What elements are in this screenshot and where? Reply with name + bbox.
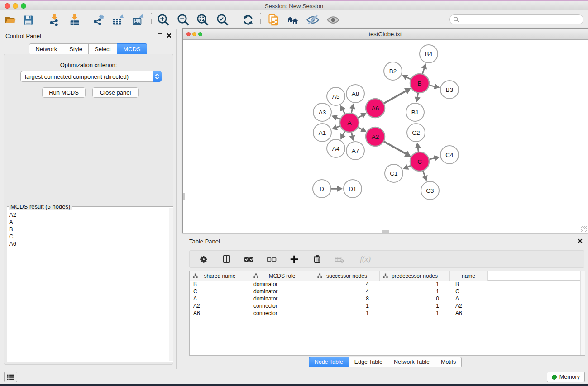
graph-edge-B-B4[interactable] [422,68,424,74]
graph-node-A4[interactable]: A4 [327,139,345,157]
export-network-button[interactable] [91,13,106,27]
mcds-result-item[interactable]: A [9,219,168,226]
zoom-out-button[interactable] [176,13,191,27]
run-mcds-button[interactable]: Run MCDS [42,87,86,98]
graph-node-D1[interactable]: D1 [344,180,362,198]
criterion-dropdown[interactable]: largest connected component (directed) [20,71,162,82]
graph-edge-A6-B[interactable] [383,91,406,104]
table-scrollbar[interactable] [580,271,585,355]
export-table-button[interactable] [111,13,125,27]
tab-node-table[interactable]: Node Table [309,357,349,367]
column-header-predecessor-nodes[interactable]: predecessor nodes [380,271,450,281]
mcds-result-item[interactable]: C [9,233,168,240]
table-row[interactable]: Adominator80A [190,295,580,302]
close-panel-icon[interactable] [167,33,172,38]
table-row[interactable]: Cdominator41C [190,288,580,295]
tab-network-table[interactable]: Network Table [388,357,435,367]
float-panel-icon[interactable] [158,33,162,38]
table-row[interactable]: A2connector11A2 [190,302,580,310]
table-row[interactable]: A6connector11A6 [190,310,580,317]
mcds-result-item[interactable]: A2 [9,211,168,219]
graph-node-B2[interactable]: B2 [384,62,402,80]
add-column-button[interactable] [288,253,300,265]
select-all-button[interactable] [243,253,255,265]
network-horizontal-scroll-thumb[interactable] [382,230,389,233]
search-field[interactable] [449,14,583,24]
graph-edge-A2-C[interactable] [383,141,406,154]
zoom-selected-button[interactable] [215,13,230,27]
table-options-button[interactable] [198,253,210,265]
first-neighbors-button[interactable] [286,13,300,27]
graph-edge-A-A2[interactable] [358,127,362,129]
delete-table-button[interactable] [334,253,345,265]
graph-node-A1[interactable]: A1 [313,124,331,142]
graph-edge-C-C4[interactable] [429,158,435,159]
mcds-result-scrollbar[interactable] [169,208,173,361]
hide-selected-button[interactable] [306,13,320,27]
graph-edge-A-A1[interactable] [336,126,340,127]
network-canvas[interactable]: B4B2BB3B1A6A5A8A3AA1A4A7A2C2CC4C1C3DD1 [183,40,588,233]
task-history-button[interactable] [4,372,17,382]
graph-edge-C-C1[interactable] [407,166,411,167]
save-session-button[interactable] [21,13,35,27]
graph-node-A5[interactable]: A5 [327,87,345,105]
graph-node-C3[interactable]: C3 [421,181,439,200]
float-panel-icon[interactable] [569,239,573,243]
network-vertical-scroll-thumb[interactable] [183,193,185,200]
table-row[interactable]: Bdominator41B [190,281,580,288]
import-network-button[interactable] [47,13,62,27]
close-panel-button[interactable]: Close panel [92,87,139,98]
graph-edge-A-A8[interactable] [351,108,352,113]
graph-edge-A-A4[interactable] [343,131,345,135]
graph-node-A[interactable]: A [340,113,359,132]
graph-edge-A-A6[interactable] [358,115,362,118]
graph-node-C[interactable]: C [410,152,429,171]
memory-button[interactable]: Memory [547,372,585,382]
zoom-in-button[interactable] [156,13,171,27]
function-builder-button[interactable]: f(x) [356,253,374,265]
delete-column-button[interactable] [311,253,323,265]
graph-node-B1[interactable]: B1 [406,103,424,121]
search-input[interactable] [459,16,577,23]
close-panel-icon[interactable] [578,238,583,243]
graph-node-A3[interactable]: A3 [313,103,331,121]
zoom-fit-button[interactable] [196,13,210,27]
import-table-button[interactable] [67,13,82,27]
show-column-button[interactable] [220,253,232,265]
graph-node-C4[interactable]: C4 [440,146,459,164]
mcds-result-item[interactable]: B [9,226,168,233]
graph-edge-A-A5[interactable] [343,110,345,114]
graph-edge-B-B3[interactable] [429,85,435,86]
column-header-shared-name[interactable]: shared name [190,271,250,281]
graph-node-C2[interactable]: C2 [407,124,425,142]
graph-edge-B-B2[interactable] [406,77,411,80]
tab-motifs[interactable]: Motifs [435,357,462,367]
graph-edge-A-A3[interactable] [336,118,341,119]
refresh-button[interactable] [241,13,255,27]
graph-node-A2[interactable]: A2 [366,127,385,146]
resize-grip-icon[interactable] [581,226,587,232]
column-header-successor-nodes[interactable]: successor nodes [314,271,380,281]
show-all-button[interactable] [326,13,340,27]
graph-edge-C-C2[interactable] [418,148,418,152]
graph-node-A7[interactable]: A7 [346,142,364,160]
mcds-result-item[interactable]: A6 [9,240,168,248]
graph-node-B4[interactable]: B4 [420,45,438,63]
graph-node-A8[interactable]: A8 [346,85,364,103]
graph-node-C1[interactable]: C1 [385,164,403,182]
graph-node-B3[interactable]: B3 [440,81,459,99]
new-network-from-selection-button[interactable] [267,13,281,27]
column-header-name[interactable]: name [450,271,488,281]
deselect-all-button[interactable] [266,253,277,265]
network-window-titlebar[interactable]: testGlobe.txt [183,29,588,40]
graph-node-D[interactable]: D [313,180,331,198]
export-image-button[interactable] [131,13,145,27]
tab-edge-table[interactable]: Edge Table [349,357,388,367]
open-file-button[interactable] [3,13,18,27]
column-header-mcds-role[interactable]: MCDS role [250,271,314,281]
graph-node-B[interactable]: B [410,74,429,93]
graph-edge-A-A7[interactable] [351,132,352,136]
graph-edge-C-C3[interactable] [423,171,425,176]
graph-edge-B-B1[interactable] [417,93,418,98]
graph-node-A6[interactable]: A6 [366,99,385,118]
